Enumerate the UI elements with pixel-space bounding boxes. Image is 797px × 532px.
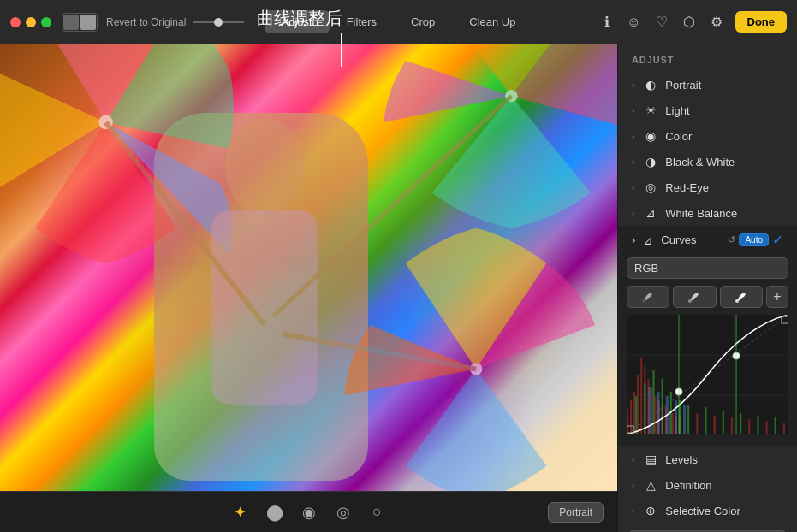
curves-chevron: › (632, 233, 635, 246)
curves-controls: RGB Red Green Blue + (618, 254, 797, 434)
svg-rect-22 (651, 387, 652, 434)
levels-icon: ▤ (643, 452, 658, 466)
circle-icon-1[interactable]: ⬤ (264, 501, 286, 523)
svg-rect-53 (683, 405, 686, 434)
svg-point-10 (735, 299, 739, 303)
heart-icon[interactable]: ♡ (653, 14, 670, 31)
fullscreen-button[interactable] (41, 17, 51, 27)
svg-rect-49 (648, 387, 651, 434)
svg-rect-52 (675, 400, 677, 434)
svg-point-8 (642, 299, 645, 303)
definition-icon: △ (643, 478, 658, 492)
circle-icon-4[interactable]: ○ (366, 501, 389, 523)
tab-filters[interactable]: Filters (330, 10, 394, 33)
color-label: Color (665, 130, 692, 143)
svg-rect-39 (652, 370, 654, 434)
levels-label: Levels (665, 453, 698, 466)
svg-rect-16 (630, 400, 632, 434)
chevron-icon: › (632, 481, 634, 490)
curves-check-icon[interactable]: ✓ (772, 232, 783, 248)
close-button[interactable] (10, 17, 21, 27)
bw-label: Black & White (665, 156, 735, 168)
svg-rect-37 (635, 396, 637, 434)
selectivecolor-icon: ⊕ (643, 504, 658, 517)
tab-cleanup[interactable]: Clean Up (452, 10, 532, 33)
svg-rect-32 (714, 416, 716, 434)
single-view-button[interactable] (63, 15, 79, 30)
light-icon: ☀ (643, 103, 658, 117)
chevron-icon: › (632, 209, 634, 218)
svg-rect-50 (657, 392, 660, 434)
adjust-item-bw[interactable]: › ◑ Black & White (618, 149, 797, 174)
svg-rect-60 (782, 316, 788, 323)
share-icon[interactable]: ⬡ (681, 14, 698, 31)
gray-point-eyedropper[interactable] (673, 286, 716, 308)
selectivecolor-label: Selective Color (665, 505, 740, 517)
tab-crop[interactable]: Crop (394, 10, 452, 33)
add-point-button[interactable]: + (766, 286, 788, 308)
panel-header: ADJUST (618, 44, 797, 72)
curves-label: Curves (661, 233, 696, 246)
redeye-label: Red-Eye (665, 181, 709, 194)
chevron-icon: › (632, 183, 634, 192)
done-button[interactable]: Done (735, 11, 788, 33)
eyedropper-row: + (627, 282, 788, 311)
titlebar: Revert to Original Adjust Filters Crop C… (0, 0, 797, 44)
revert-button[interactable]: Revert to Original (106, 16, 186, 28)
info-icon[interactable]: ℹ (598, 14, 616, 31)
auto-badge[interactable]: Auto (739, 233, 769, 246)
photo-image (0, 44, 617, 491)
svg-rect-43 (687, 405, 689, 434)
emoji-icon[interactable]: ☺ (626, 14, 643, 31)
chevron-icon: › (632, 506, 634, 516)
svg-rect-33 (731, 417, 733, 434)
adjust-item-redeye[interactable]: › ◎ Red-Eye (618, 174, 797, 200)
photo-area: ✦ ⬤ ◉ ◎ ○ Portrait (0, 44, 617, 532)
svg-rect-44 (705, 407, 706, 434)
svg-rect-47 (757, 416, 758, 434)
callout-line (341, 33, 342, 67)
svg-rect-23 (655, 396, 657, 434)
white-point-eyedropper[interactable] (720, 286, 763, 308)
curves-undo-icon[interactable]: ↺ (728, 234, 735, 245)
curves-section: › ⊿ Curves ↺ Auto ✓ RGB Red Green Blue (618, 226, 797, 446)
portrait-icon: ◐ (643, 78, 658, 92)
circle-icon-2[interactable]: ◉ (298, 501, 320, 523)
adjust-item-definition[interactable]: › △ Definition (618, 472, 797, 498)
chevron-icon: › (632, 455, 634, 464)
view-switcher (62, 13, 98, 32)
adjust-item-levels[interactable]: › ▤ Levels (618, 446, 797, 472)
adjust-item-portrait[interactable]: › ◐ Portrait (618, 72, 797, 98)
zoom-slider[interactable] (193, 21, 244, 23)
svg-rect-31 (696, 413, 698, 434)
svg-rect-48 (775, 417, 776, 434)
adjust-item-selectivecolor[interactable]: › ⊕ Selective Color (618, 498, 797, 523)
portrait-button[interactable]: Portrait (548, 502, 604, 523)
filter-star-icon[interactable]: ✦ (229, 501, 252, 523)
portrait-label: Portrait (665, 79, 701, 92)
svg-rect-36 (783, 423, 785, 434)
tab-adjust[interactable]: Adjust (265, 10, 330, 33)
svg-rect-34 (748, 419, 750, 434)
color-icon: ◉ (643, 129, 658, 143)
adjust-item-color[interactable]: › ◉ Color (618, 123, 797, 149)
compare-view-button[interactable] (80, 15, 96, 30)
svg-rect-28 (672, 413, 674, 434)
svg-rect-45 (723, 411, 724, 434)
minimize-button[interactable] (26, 17, 36, 27)
chevron-icon: › (632, 157, 634, 167)
black-point-eyedropper[interactable] (627, 286, 669, 308)
curves-icon: ⊿ (640, 233, 656, 247)
curves-channel-select[interactable]: RGB Red Green Blue (627, 257, 788, 279)
curves-graph[interactable] (627, 315, 788, 434)
adjust-item-light[interactable]: › ☀ Light (618, 98, 797, 123)
circle-icon-3[interactable]: ◎ (332, 501, 354, 523)
svg-point-9 (688, 299, 692, 303)
svg-rect-18 (637, 375, 639, 434)
definition-label: Definition (665, 479, 711, 492)
right-panel: ADJUST › ◐ Portrait › ☀ Light › ◉ Color … (617, 44, 797, 532)
tools-icon[interactable]: ⚙ (708, 14, 725, 31)
adjust-item-whitebalance[interactable]: › ⊿ White Balance (618, 200, 797, 226)
traffic-lights (10, 17, 51, 27)
curves-header[interactable]: › ⊿ Curves ↺ Auto ✓ (618, 226, 797, 254)
